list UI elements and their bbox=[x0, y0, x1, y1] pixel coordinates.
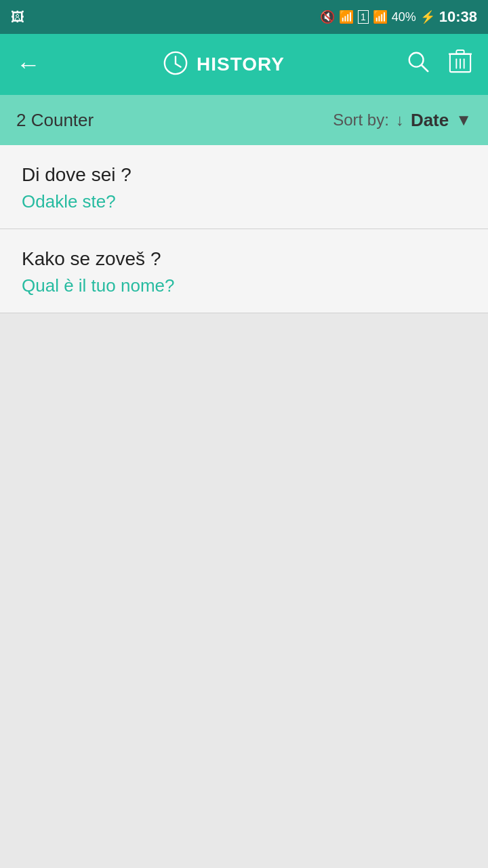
back-button[interactable]: ← bbox=[16, 50, 41, 79]
status-time: 10:38 bbox=[439, 8, 477, 26]
svg-line-2 bbox=[176, 64, 181, 67]
sim1-icon: 1 bbox=[358, 10, 369, 24]
toolbar-title: HISTORY bbox=[197, 54, 285, 75]
list-area: Di dove sei ? Odakle ste? Kako se zoveš … bbox=[0, 145, 488, 313]
sort-label: Sort by: bbox=[333, 111, 389, 130]
mute-icon: 🔇 bbox=[320, 9, 335, 24]
sort-value: Date bbox=[411, 110, 449, 131]
item-primary-text: Di dove sei ? bbox=[22, 164, 466, 186]
battery-icon: ⚡ bbox=[420, 9, 435, 24]
sort-dropdown-button[interactable]: ▼ bbox=[455, 111, 472, 130]
signal-icon: 📶 bbox=[373, 9, 388, 24]
status-left-icons: 🖼 bbox=[11, 9, 27, 25]
svg-rect-7 bbox=[456, 50, 464, 54]
item-secondary-text: Odakle ste? bbox=[22, 191, 466, 212]
screenshot-icon: 🖼 bbox=[11, 9, 24, 25]
sort-section: Sort by: ↓ Date ▼ bbox=[333, 110, 472, 131]
status-bar: 🖼 🔇 📶 1 📶 40% ⚡ 10:38 bbox=[0, 0, 488, 34]
item-secondary-text: Qual è il tuo nome? bbox=[22, 275, 466, 296]
status-right-icons: 🔇 📶 1 📶 40% ⚡ 10:38 bbox=[320, 8, 477, 26]
toolbar-center: HISTORY bbox=[163, 50, 285, 79]
item-primary-text: Kako se zoveš ? bbox=[22, 248, 466, 270]
counter-label: 2 Counter bbox=[16, 110, 94, 131]
history-clock-icon bbox=[163, 50, 188, 79]
toolbar: ← HISTORY bbox=[0, 34, 488, 95]
sort-direction-icon: ↓ bbox=[396, 111, 404, 130]
wifi-icon: 📶 bbox=[339, 9, 354, 24]
filter-bar: 2 Counter Sort by: ↓ Date ▼ bbox=[0, 95, 488, 145]
svg-line-4 bbox=[422, 65, 428, 71]
search-button[interactable] bbox=[407, 50, 430, 79]
delete-button[interactable] bbox=[449, 49, 472, 80]
list-item[interactable]: Kako se zoveš ? Qual è il tuo nome? bbox=[0, 229, 488, 313]
toolbar-right-actions bbox=[407, 49, 472, 80]
list-item[interactable]: Di dove sei ? Odakle ste? bbox=[0, 145, 488, 229]
battery-text: 40% bbox=[392, 10, 416, 24]
